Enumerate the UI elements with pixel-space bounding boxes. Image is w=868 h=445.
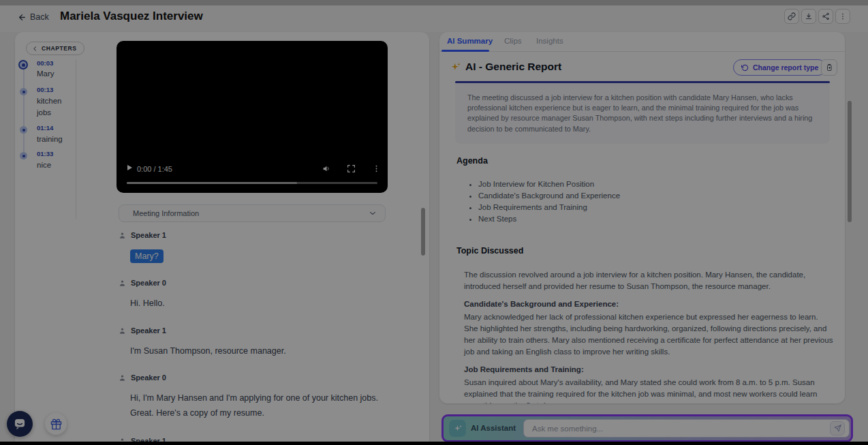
transcript-text[interactable]: Hi, I'm Mary Hansen and I'm applying for… xyxy=(130,390,394,420)
chapter-label[interactable]: Mary xyxy=(37,68,72,80)
tab-ai-summary[interactable]: AI Summary xyxy=(447,37,493,45)
transcript-speaker-row: Speaker 0 xyxy=(119,279,166,287)
assistant-label: AI Assistant xyxy=(471,424,516,432)
link-icon xyxy=(788,12,796,20)
video-more-icon[interactable] xyxy=(372,164,381,173)
chapter-time[interactable]: 01:14 xyxy=(37,124,53,132)
video-time-display: 0:00 / 1:45 xyxy=(137,165,172,173)
chapters-toggle-button[interactable]: CHAPTERS xyxy=(26,42,84,55)
tab-insights[interactable]: Insights xyxy=(536,37,563,45)
send-button[interactable] xyxy=(830,421,845,435)
assistant-sparkle-icon xyxy=(449,420,466,437)
speaker-name: Speaker 0 xyxy=(131,279,166,287)
change-report-type-button[interactable]: Change report type xyxy=(733,59,826,76)
gift-launcher-button[interactable] xyxy=(45,413,67,435)
agenda-heading: Agenda xyxy=(456,156,488,166)
top-strip xyxy=(0,0,868,5)
more-options-icon xyxy=(839,12,847,20)
section-body: Mary acknowledged her lack of profession… xyxy=(464,311,833,358)
copy-report-button[interactable] xyxy=(821,59,837,76)
agenda-item: Next Steps xyxy=(478,213,620,225)
chapter-time[interactable]: 01:33 xyxy=(37,150,53,157)
swap-icon xyxy=(741,64,749,72)
chapter-dot[interactable] xyxy=(20,126,27,134)
page-title: Mariela Vasquez Interview xyxy=(60,10,203,23)
arrow-left-icon xyxy=(18,13,27,22)
person-icon xyxy=(119,374,126,382)
meeting-information-accordion[interactable]: Meeting Information xyxy=(119,204,386,222)
share-button[interactable] xyxy=(818,9,833,24)
tab-clips[interactable]: Clips xyxy=(504,37,522,45)
agenda-item: Candidate's Background and Experience xyxy=(478,190,620,202)
transcript-speaker-row: Speaker 0 xyxy=(119,373,166,382)
chapter-label[interactable]: nice xyxy=(37,159,72,171)
person-icon xyxy=(119,279,126,287)
assistant-input-wrap xyxy=(523,419,850,438)
transcript-scrollbar[interactable] xyxy=(421,208,425,256)
video-progress-bar[interactable] xyxy=(127,182,377,184)
header-actions xyxy=(784,9,850,24)
transcript-speaker-row: Speaker 1 xyxy=(119,326,166,335)
chevron-down-icon xyxy=(369,209,377,217)
chapter-time[interactable]: 00:03 xyxy=(37,59,53,67)
download-button[interactable] xyxy=(801,9,816,24)
speaker-name: Speaker 0 xyxy=(131,373,166,382)
chapters-label: CHAPTERS xyxy=(42,45,77,52)
transcript-highlighted-word[interactable]: Mary? xyxy=(130,249,164,263)
change-report-type-label: Change report type xyxy=(753,63,818,72)
summary-box: The meeting discussed a job interview fo… xyxy=(455,81,830,144)
speaker-name: Speaker 1 xyxy=(131,326,166,335)
ai-assistant-bar: AI Assistant xyxy=(441,414,853,442)
active-tab-indicator xyxy=(441,50,489,52)
summary-text: The meeting discussed a job interview fo… xyxy=(455,83,830,144)
agenda-item: Job Interview for Kitchen Position xyxy=(478,179,620,190)
ai-panel-scrollbar[interactable] xyxy=(848,101,852,222)
transcript-speaker-row: Speaker 1 xyxy=(119,231,166,239)
assistant-input[interactable] xyxy=(532,425,830,433)
topic-intro: The discussion revolved around a job int… xyxy=(464,269,833,292)
chapter-label[interactable]: kitchen jobs xyxy=(37,95,72,119)
ai-panel: AI Summary Clips Insights AI - Generic R… xyxy=(439,32,845,403)
play-button[interactable] xyxy=(125,164,134,172)
video-player[interactable]: 0:00 / 1:45 xyxy=(117,41,388,193)
ai-panel-tabs: AI Summary Clips Insights xyxy=(439,32,845,52)
share-icon xyxy=(822,12,830,20)
bottom-strip xyxy=(0,442,868,445)
person-icon xyxy=(119,327,126,335)
send-icon xyxy=(834,425,841,432)
chat-launcher-button[interactable] xyxy=(7,411,33,437)
transcript-text[interactable]: Hi. Hello. xyxy=(130,296,165,311)
more-options-button[interactable] xyxy=(835,9,850,24)
section-body: Susan inquired about Mary's availability… xyxy=(464,377,833,403)
chevron-left-icon xyxy=(32,46,38,52)
chapter-dot[interactable] xyxy=(20,88,27,95)
clipboard-icon xyxy=(825,63,833,72)
meeting-information-label: Meeting Information xyxy=(133,209,199,217)
fullscreen-icon[interactable] xyxy=(347,164,356,173)
report-title: AI - Generic Report xyxy=(465,61,561,73)
header-bar: Back Mariela Vasquez Interview xyxy=(0,5,868,32)
copy-link-button[interactable] xyxy=(784,9,799,24)
sparkle-icon xyxy=(450,61,461,73)
chapter-time[interactable]: 00:13 xyxy=(37,86,53,93)
agenda-list: Job Interview for Kitchen Position Candi… xyxy=(470,179,620,225)
back-button[interactable]: Back xyxy=(18,12,49,22)
speaker-name: Speaker 1 xyxy=(131,231,166,239)
topic-heading: Topic Discussed xyxy=(456,246,523,256)
chapter-dot-active[interactable] xyxy=(18,60,28,70)
section-heading: Candidate's Background and Experience: xyxy=(464,300,619,308)
app-screen: Back Mariela Vasquez Interview CHAPTERS xyxy=(0,0,868,445)
video-buffered-bar xyxy=(127,182,297,184)
chapter-label[interactable]: training xyxy=(37,134,72,145)
transcript-text[interactable]: I'm Susan Thompson, resource manager. xyxy=(130,343,286,358)
section-heading: Job Requirements and Training: xyxy=(464,365,584,373)
back-label: Back xyxy=(30,12,49,22)
gift-icon xyxy=(50,418,62,430)
person-icon xyxy=(119,232,126,239)
chapters-timeline xyxy=(23,65,25,155)
volume-icon[interactable] xyxy=(322,164,331,173)
recording-panel: CHAPTERS 00:03 Mary 00:13 kitchen jobs 0… xyxy=(15,32,429,445)
chapter-dot[interactable] xyxy=(20,152,27,159)
chapters-divider xyxy=(76,59,76,219)
agenda-item: Job Requirements and Training xyxy=(478,202,620,213)
